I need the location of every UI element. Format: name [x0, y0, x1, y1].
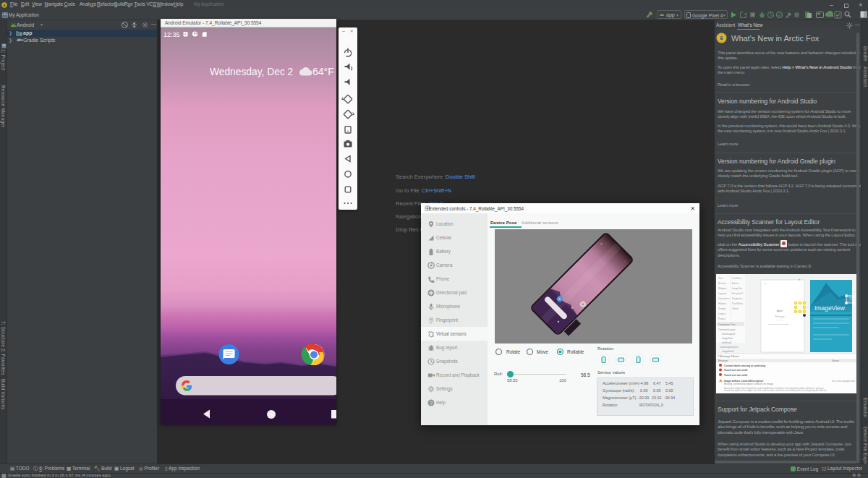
svg-text:imageView2: imageView2	[722, 350, 734, 353]
svg-text:textView2: textView2	[722, 341, 732, 344]
svg-text:64°F: 64°F	[312, 66, 334, 77]
svg-text:Content labels missing or conf: Content labels missing or confusing	[724, 364, 765, 367]
svg-text:Message: Message	[718, 359, 728, 362]
svg-text:Text: Text	[718, 277, 723, 280]
svg-text:Image without 'contentDescript: Image without 'contentDescription'	[724, 380, 764, 383]
svg-text:12:35: 12:35	[163, 31, 180, 38]
svg-text:Apple: Apple	[777, 310, 783, 312]
svg-text:←: ←	[764, 281, 767, 285]
svg-text:Delicious apple from Wash...: Delicious apple from Wash...	[768, 323, 791, 325]
svg-text:Touch size too small: Touch size too small	[724, 374, 747, 377]
svg-text:Helpers: Helpers	[718, 302, 726, 305]
svg-text:Project: Project	[718, 317, 726, 320]
svg-text:Containers: Containers	[718, 297, 730, 300]
svg-text:textual description of the wid: textual description of the widget such t…	[724, 389, 827, 392]
svg-text:Fuji - red: Fuji - red	[776, 319, 783, 321]
svg-text:Wednesday, Dec 2: Wednesday, Dec 2	[210, 67, 293, 77]
svg-text:Component Tree: Component Tree	[718, 323, 736, 326]
svg-text:A: A	[184, 32, 187, 36]
svg-text:Legacy: Legacy	[718, 312, 726, 315]
svg-text:7 Warnings 3 Errors: 7 Warnings 3 Errors	[718, 355, 739, 358]
svg-text:Missing 'contentDescription' a: Missing 'contentDescription' attribute o…	[724, 383, 773, 385]
svg-text:Buttons: Buttons	[718, 282, 726, 285]
svg-text:Widgets: Widgets	[718, 287, 727, 290]
svg-text:ImageView: ImageView	[814, 304, 846, 312]
svg-text:Washington: Washington	[775, 315, 785, 318]
svg-text:list_score.google.and...: list_score.google.and...	[832, 380, 856, 383]
svg-text:Source: Source	[832, 359, 839, 362]
svg-text:TextView: TextView	[732, 277, 741, 280]
svg-text:linearLayout1: linearLayout1	[722, 333, 736, 336]
svg-text:Fragment...: Fragment...	[732, 297, 744, 300]
svg-text:LinearLayout (vert...: LinearLayout (vert...	[720, 346, 740, 349]
svg-text:Layouts: Layouts	[718, 292, 727, 295]
svg-text:ScrollView: ScrollView	[732, 302, 744, 305]
svg-text:Google: Google	[718, 307, 726, 310]
svg-text:?: ?	[430, 401, 433, 406]
svg-text:ConstraintLayout: ConstraintLayout	[718, 328, 736, 331]
svg-text:RecyclerV...: RecyclerV...	[732, 292, 744, 295]
svg-text:Button: Button	[732, 282, 739, 285]
svg-text:imageView: imageView	[722, 337, 733, 340]
svg-text:ImageVie...: ImageVie...	[732, 287, 744, 290]
svg-text:Switch: Switch	[732, 307, 739, 310]
svg-text:Touch size too small: Touch size too small	[724, 369, 747, 372]
